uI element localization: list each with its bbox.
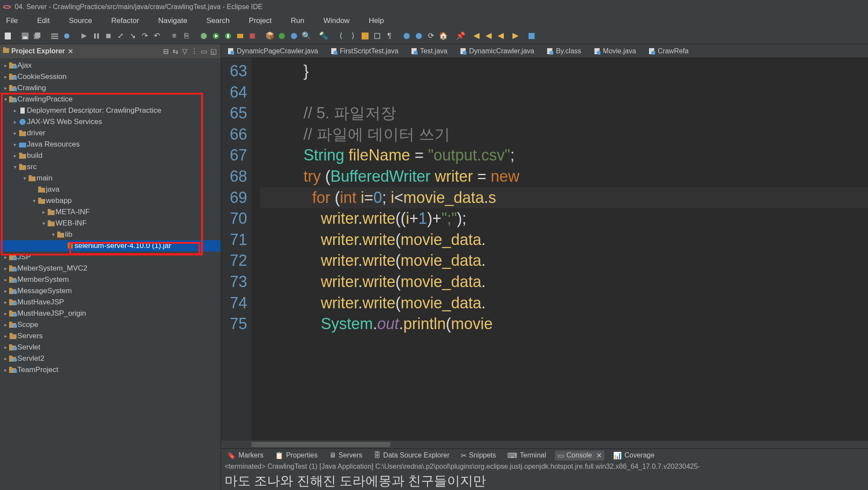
menu-run[interactable]: Run: [287, 15, 308, 27]
browser-next-icon[interactable]: [414, 31, 424, 41]
expand-arrow-icon[interactable]: ▸: [41, 209, 47, 215]
mark-occurrence-icon[interactable]: [360, 31, 370, 41]
bottom-tab-console[interactable]: ▭Console✕: [555, 451, 605, 461]
minimize-icon[interactable]: ▭: [199, 47, 209, 56]
nav-last-edit-icon[interactable]: [497, 31, 507, 41]
open-type-icon[interactable]: 🔍: [301, 31, 311, 41]
new-type-icon[interactable]: [289, 31, 299, 41]
scrollbar-knob[interactable]: [251, 442, 390, 447]
expand-arrow-icon[interactable]: ▸: [3, 344, 9, 350]
menu-project[interactable]: Project: [245, 15, 275, 27]
editor-tab[interactable]: Test.java: [406, 46, 452, 57]
expand-arrow-icon[interactable]: ▾: [31, 198, 37, 204]
close-icon[interactable]: ✕: [596, 451, 602, 460]
align-icon[interactable]: ≡: [169, 31, 179, 41]
horizontal-scrollbar[interactable]: [221, 441, 868, 448]
bottom-tab-coverage[interactable]: 📊Coverage: [610, 451, 657, 461]
tree-item[interactable]: ▾webapp: [0, 195, 221, 206]
tree-item[interactable]: ▸MustHaveJSP_origin: [0, 308, 221, 319]
expand-arrow-icon[interactable]: ▸: [12, 141, 18, 147]
tree-item[interactable]: ▸Scope: [0, 319, 221, 330]
skip-breakpoints-icon[interactable]: [62, 31, 72, 41]
save-all-icon[interactable]: [32, 31, 42, 41]
close-icon[interactable]: ✕: [68, 47, 73, 56]
tree-item[interactable]: ▸Ajax: [0, 60, 221, 71]
expand-arrow-icon[interactable]: ▾: [22, 175, 28, 181]
tree-item[interactable]: ▸build: [0, 150, 221, 161]
editor-tab[interactable]: DynamicCrawler.java: [455, 46, 538, 57]
expand-arrow-icon[interactable]: ▸: [3, 310, 9, 317]
tree-item[interactable]: ▸Deployment Descriptor: CrawlingPractice: [0, 105, 221, 116]
editor-tab[interactable]: DynamicPageCrawler.java: [223, 46, 323, 57]
run-server-icon[interactable]: [235, 31, 245, 41]
project-tree[interactable]: ▸Ajax▸CookieSession▸Crawling▾CrawlingPra…: [0, 58, 221, 490]
coverage-icon[interactable]: [223, 31, 233, 41]
filter-icon[interactable]: ▽: [180, 47, 189, 56]
tree-item[interactable]: ▾main: [0, 173, 221, 184]
tree-item[interactable]: ▸MessageSystem: [0, 285, 221, 297]
save-icon[interactable]: [20, 31, 30, 41]
tree-item[interactable]: selenium-server-4.10.0 (1).jar: [0, 240, 221, 252]
expand-arrow-icon[interactable]: ▸: [3, 62, 9, 69]
bottom-tab-terminal[interactable]: ⌨Terminal: [505, 451, 548, 461]
perspective-icon[interactable]: [526, 31, 537, 41]
step-return-icon[interactable]: ↶: [152, 31, 162, 41]
expand-arrow-icon[interactable]: ▾: [12, 164, 18, 170]
expand-arrow-icon[interactable]: ▾: [50, 232, 56, 238]
bottom-tab-snippets[interactable]: ✂Snippets: [458, 451, 499, 461]
collapse-all-icon[interactable]: ⊟: [161, 47, 170, 56]
expand-arrow-icon[interactable]: ▸: [3, 367, 9, 373]
editor-tab[interactable]: Movie.java: [589, 46, 640, 57]
tree-item[interactable]: ▸JSP: [0, 252, 221, 263]
expand-arrow-icon[interactable]: ▸: [12, 119, 18, 125]
tree-item[interactable]: ▸META-INF: [0, 206, 221, 218]
expand-arrow-icon[interactable]: ▸: [3, 356, 9, 362]
expand-arrow-icon[interactable]: ▸: [3, 299, 9, 305]
bottom-tab-servers[interactable]: 🖥Servers: [326, 451, 365, 460]
expand-arrow-icon[interactable]: ▸: [3, 74, 9, 80]
expression-icon[interactable]: ⎘: [181, 31, 192, 41]
expand-arrow-icon[interactable]: ▸: [3, 288, 9, 294]
show-whitespace-icon[interactable]: ¶: [384, 31, 395, 41]
nav-back-icon[interactable]: [473, 31, 483, 41]
tree-item[interactable]: ▸MustHaveJSP: [0, 297, 221, 308]
editor-tab[interactable]: By.class: [542, 46, 585, 57]
search-icon[interactable]: 🔦: [318, 31, 329, 41]
browser-home-icon[interactable]: 🏠: [438, 31, 448, 41]
menu-window[interactable]: Window: [320, 15, 353, 27]
menu-edit[interactable]: Edit: [33, 15, 53, 27]
tree-item[interactable]: java: [0, 184, 221, 195]
expand-arrow-icon[interactable]: ▸: [3, 333, 9, 339]
tree-item[interactable]: ▸driver: [0, 127, 221, 139]
menu-search[interactable]: Search: [203, 15, 233, 27]
code-area[interactable]: } // 5. 파일저장 // 파일에 데이터 쓰기 String fileNa…: [251, 58, 868, 441]
expand-arrow-icon[interactable]: ▸: [3, 265, 9, 271]
tree-item[interactable]: ▾src: [0, 161, 221, 173]
link-editor-icon[interactable]: ⇆: [170, 47, 180, 56]
tree-item[interactable]: ▸Java Resources: [0, 139, 221, 150]
expand-arrow-icon[interactable]: ▸: [3, 277, 9, 283]
tree-item[interactable]: ▸Servlet2: [0, 353, 221, 364]
tree-item[interactable]: ▸MemberSystem: [0, 274, 221, 285]
annotation-prev-icon[interactable]: ⟨: [336, 31, 346, 41]
editor-body[interactable]: 63646566676869707172737475 } // 5. 파일저장 …: [221, 58, 868, 441]
step-over-icon[interactable]: ↷: [140, 31, 150, 41]
tree-item[interactable]: ▾WEB-INF: [0, 218, 221, 229]
new-class-icon[interactable]: [277, 31, 287, 41]
menu-source[interactable]: Source: [65, 15, 96, 27]
terminate-icon[interactable]: [103, 31, 114, 41]
run-icon[interactable]: [211, 31, 221, 41]
external-tools-icon[interactable]: [247, 31, 258, 41]
expand-arrow-icon[interactable]: ▸: [12, 130, 18, 136]
nav-forward-icon[interactable]: [509, 31, 519, 41]
expand-arrow-icon[interactable]: ▸: [3, 322, 9, 328]
tree-item[interactable]: ▸MeberSystem_MVC2: [0, 263, 221, 274]
tree-item[interactable]: ▸JAX-WS Web Services: [0, 116, 221, 127]
tree-item[interactable]: ▸TeamProject: [0, 364, 221, 376]
tree-item[interactable]: ▸CookieSession: [0, 71, 221, 82]
pause-icon[interactable]: [91, 31, 101, 41]
step-into-icon[interactable]: ↘: [127, 31, 138, 41]
editor-tab[interactable]: FirstScriptTest.java: [326, 46, 403, 57]
expand-arrow-icon[interactable]: ▸: [3, 254, 9, 260]
expand-arrow-icon[interactable]: ▾: [3, 96, 9, 102]
